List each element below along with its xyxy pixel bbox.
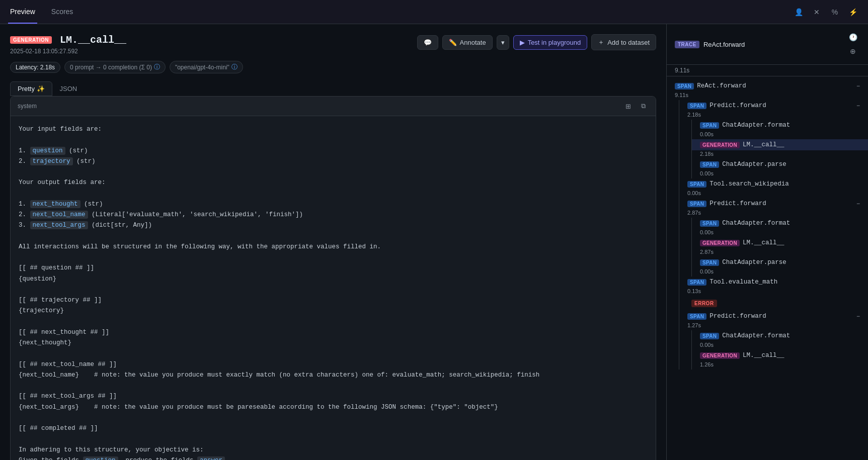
playground-label: Test in playground [528,39,581,46]
trace-title: ReAct.forward [703,41,745,48]
left-panel: GENERATION LM.__call__ 2025-02-18 13:05:… [0,24,667,460]
chatformat3-time: 0.00s [692,341,868,350]
input-field-1: 1. question (str) [19,146,648,156]
span-name-chatformat2: ChatAdapter.format [722,220,790,227]
model-info-icon: ⓘ [231,63,238,71]
trace-node-chatparse1[interactable]: SPAN ChatAdapter.parse [692,159,868,170]
trace-node-chatformat3[interactable]: SPAN ChatAdapter.format [692,330,868,341]
person-icon: 👤 [795,8,803,16]
trace-node-predict3[interactable]: SPAN Predict.forward − [679,311,868,322]
system-label: system [18,103,37,110]
trace-tree: SPAN ReAct.forward − 9.11s SPAN Predict.… [667,76,868,374]
input-fields-intro: Your input fields are: [19,124,648,135]
span-name-lmcall2: LM.__call__ [743,239,784,246]
annotate-button[interactable]: ✏️ Annotate [442,35,493,50]
chatformat2-time: 0.00s [692,229,868,237]
output-field-3: 3. next_tool_args (dict[str, Any]) [19,220,648,231]
span-name-react: ReAct.forward [697,82,746,89]
expand-predict3-icon: − [856,313,860,320]
span-name-chatparse1: ChatAdapter.parse [722,161,786,168]
span-badge-chatformat3: SPAN [700,333,719,339]
searchwiki-time: 0.00s [679,190,868,198]
tab-scores[interactable]: Scores [49,1,75,24]
person-icon-btn[interactable]: 👤 [792,5,806,19]
generation-header: GENERATION LM.__call__ 2025-02-18 13:05:… [10,34,656,55]
playground-button[interactable]: ▶ Test in playground [513,35,588,50]
comment-button[interactable]: 💬 [417,35,438,50]
latency-badge: Latency: 2.18s [10,62,60,73]
tab-pretty[interactable]: Pretty ✨ [10,81,52,96]
annotate-dropdown[interactable]: ▾ [497,35,509,50]
trace-header: TRACE ReAct.forward 🕐 ⊕ [667,24,868,65]
adherence-text: In adhering to this structure, your obje… [19,445,648,455]
code-section-header-icons: ⊞ ⧉ [622,101,649,112]
trace-children-react: SPAN Predict.forward − 2.18s SPAN ChatAd… [679,100,868,370]
add-dataset-button[interactable]: ＋ Add to dataset [591,34,656,50]
chevron-down-icon: ▾ [501,39,505,46]
trace-node-chatformat2[interactable]: SPAN ChatAdapter.format [692,218,868,229]
tab-json[interactable]: JSON [52,81,85,96]
plus-icon: ＋ [598,38,604,47]
trace-node-evalmath[interactable]: SPAN Tool.evaluate_math [679,277,868,288]
trace-expand-icon[interactable]: ⊕ [846,44,860,58]
span-badge-lmcall2: GENERATION [700,240,740,246]
trace-children-predict2: SPAN ChatAdapter.format 0.00s GENERATION… [691,218,868,277]
trace-node-predict1[interactable]: SPAN Predict.forward − [679,100,868,111]
span-name-predict2: Predict.forward [709,200,766,207]
structure-note: All interactions will be structured in t… [19,242,648,252]
span-badge-chatparse1: SPAN [700,161,719,168]
trace-node-lmcall1[interactable]: GENERATION LM.__call__ [692,139,868,150]
predict2-time: 2.87s [679,209,868,218]
code-container: system ⊞ ⧉ Your input fields are: 1. que… [10,96,656,460]
add-dataset-label: Add to dataset [607,39,650,46]
metadata-row: Latency: 2.18s 0 prompt → 0 completion (… [10,61,656,73]
span-badge-evalmath: SPAN [687,279,706,286]
copy-icon[interactable]: ⧉ [638,101,649,112]
tab-preview[interactable]: Preview [8,1,37,24]
trace-clock-icon[interactable]: 🕐 [846,30,860,44]
span-name-lmcall1: LM.__call__ [743,141,784,148]
span-name-lmcall3: LM.__call__ [743,352,784,359]
predict3-time: 1.27s [679,322,868,330]
comment-icon: 💬 [424,39,432,46]
total-time: 9.11s [667,65,868,76]
trace-children-predict1: SPAN ChatAdapter.format 0.00s GENERATION… [691,120,868,178]
span-badge-predict3: SPAN [687,313,706,320]
trace-node-chatformat1[interactable]: SPAN ChatAdapter.format [692,120,868,131]
trace-node-predict2[interactable]: SPAN Predict.forward − [679,198,868,209]
tokens-badge: 0 prompt → 0 completion (Σ 0) ⓘ [64,61,166,73]
output-field-2: 2. next_tool_name (Literal['evaluate_mat… [19,210,648,220]
percent-icon-btn[interactable]: % [828,5,842,19]
lmcall1-time: 2.18s [692,150,868,159]
span-name-searchwiki: Tool.search_wikipedia [709,180,789,188]
annotate-label: Annotate [460,39,486,46]
error-badge: ERROR [691,300,717,307]
trace-node-react-forward[interactable]: SPAN ReAct.forward − [667,80,868,91]
trace-node-searchwiki[interactable]: SPAN Tool.search_wikipedia [679,178,868,190]
code-section-header-system: system ⊞ ⧉ [11,97,656,116]
filter-icon-btn[interactable]: ⚡ [846,5,860,19]
trace-node-lmcall2[interactable]: GENERATION LM.__call__ [692,237,868,248]
chatparse2-time: 0.00s [692,268,868,277]
react-time: 9.11s [667,91,868,100]
playground-icon: ▶ [520,39,525,46]
main-layout: GENERATION LM.__call__ 2025-02-18 13:05:… [0,24,868,460]
output-field-1: 1. next_thought (str) [19,199,648,210]
chatformat1-time: 0.00s [692,131,868,139]
span-badge-predict1: SPAN [687,103,706,109]
trace-badge: TRACE [675,41,699,48]
close-icon-btn[interactable]: ✕ [810,5,824,19]
expand-predict2-icon: − [856,200,860,207]
trace-node-chatparse2[interactable]: SPAN ChatAdapter.parse [692,257,868,268]
chatparse1-time: 0.00s [692,170,868,178]
trace-node-lmcall3[interactable]: GENERATION LM.__call__ [692,350,868,361]
trace-children-predict3: SPAN ChatAdapter.format 0.00s GENERATION… [691,330,868,370]
generation-badge: GENERATION [10,36,52,44]
output-fields-intro: Your output fields are: [19,177,648,188]
span-badge-lmcall3: GENERATION [700,352,740,359]
evalmath-time: 0.13s [679,288,868,296]
expand-icon[interactable]: ⊞ [622,101,634,112]
header-actions: 💬 ✏️ Annotate ▾ ▶ Test in playground ＋ A… [417,34,656,50]
span-name-evalmath: Tool.evaluate_math [709,279,777,286]
span-badge-predict2: SPAN [687,201,706,207]
